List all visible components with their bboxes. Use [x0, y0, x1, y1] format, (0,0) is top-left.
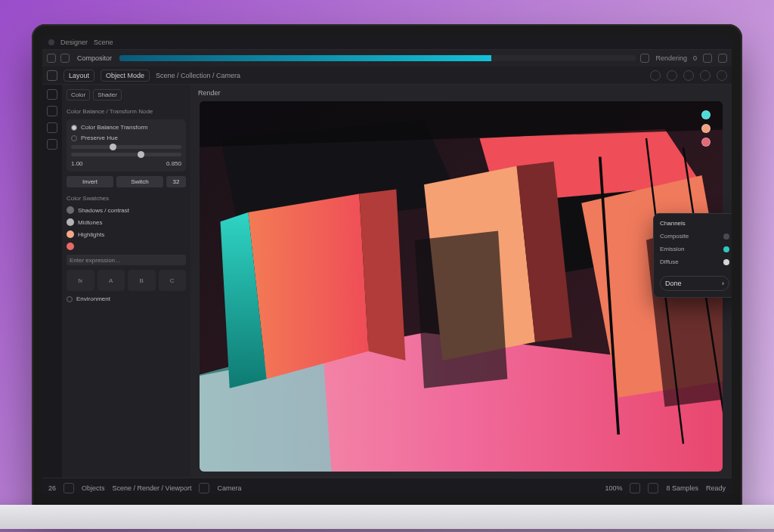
swatch-neutral[interactable] [67, 218, 74, 226]
status-left-label: Objects [82, 484, 105, 492]
workspace-tab[interactable]: Compositor [74, 54, 115, 62]
back-icon[interactable] [47, 54, 56, 63]
main-area: Color Shader Color Balance / Transform N… [42, 85, 732, 478]
mode-chip-object[interactable]: Object Mode [101, 70, 150, 82]
viewport-area: Render [190, 85, 732, 478]
preset-b[interactable]: B [128, 270, 156, 291]
slider-gain[interactable] [71, 153, 181, 156]
value-b: 0.850 [166, 160, 181, 167]
channels-panel[interactable]: Channels Composite Emission Diffuse Done… [653, 213, 732, 298]
option1-label: Color Balance Transform [81, 124, 147, 131]
render-progress-fill [119, 55, 491, 61]
render-status-label: Rendering [655, 54, 687, 62]
option1-radio[interactable] [71, 125, 77, 131]
sidebar-tab-shader[interactable]: Shader [93, 89, 122, 101]
env-label: Environment [76, 295, 110, 302]
invert-button[interactable]: Invert [67, 176, 113, 187]
settings-icon[interactable] [717, 70, 727, 81]
swatch-label-0: Shadows / contrast [78, 207, 129, 214]
channel-dot-1 [723, 246, 729, 252]
color-balance-panel: Color Balance Transform Preserve Hue 1.0… [67, 119, 186, 172]
channel-dot-0 [723, 234, 729, 240]
sidebar-tab-color[interactable]: Color [67, 89, 90, 101]
value-stepper[interactable]: 32 [166, 176, 186, 187]
swatch-coral[interactable] [67, 243, 74, 250]
swatch-label-1: Midtones [78, 219, 102, 226]
status-ready: Ready [706, 484, 726, 492]
notifications-icon[interactable] [640, 54, 649, 63]
snap-icon[interactable] [650, 70, 661, 81]
shading-icon[interactable] [700, 70, 711, 81]
swatch-label-2: Highlights [78, 231, 104, 238]
channel-label-0: Composite [660, 233, 689, 240]
sidebar-section-title: Color Balance / Transform Node [67, 108, 186, 115]
scale-tool-icon[interactable] [47, 139, 57, 150]
preset-fx[interactable]: fx [67, 270, 94, 291]
channel-row-1[interactable]: Emission [660, 246, 729, 252]
minimize-icon[interactable] [703, 54, 712, 63]
close-icon[interactable] [718, 54, 727, 63]
app-menu-icon[interactable] [48, 39, 54, 45]
option2-radio[interactable] [71, 135, 77, 141]
titlebar: Designer Scene [42, 35, 732, 50]
done-button[interactable]: Done› [660, 276, 729, 291]
breadcrumb: Scene / Collection / Camera [156, 72, 240, 79]
render-preview [200, 101, 723, 472]
play-icon[interactable] [648, 483, 658, 493]
forward-icon[interactable] [60, 54, 70, 63]
channel-dot-rose[interactable] [701, 138, 711, 147]
preset-a[interactable]: A [98, 270, 125, 291]
viewport-title: Render [198, 89, 221, 97]
tool-rail [42, 85, 62, 478]
doc-title: Scene [94, 39, 113, 46]
expression-placeholder: Enter expression… [70, 257, 121, 264]
mode-chip-layout[interactable]: Layout [63, 70, 94, 82]
expression-input[interactable]: Enter expression… [67, 255, 186, 265]
env-toggle[interactable] [67, 296, 73, 302]
switch-button[interactable]: Switch [116, 176, 163, 187]
app-window: Designer Scene Compositor Rendering 0 La… [42, 35, 732, 497]
option2-label: Preserve Hue [81, 135, 118, 141]
preset-c[interactable]: C [159, 270, 187, 291]
channel-row-2[interactable]: Diffuse [660, 258, 729, 265]
channel-dot-2 [723, 259, 729, 265]
status-mid: Camera [217, 484, 241, 492]
laptop-frame: Designer Scene Compositor Rendering 0 La… [32, 24, 742, 508]
render-progress [119, 55, 636, 61]
status-samples: 8 Samples [666, 484, 698, 492]
channel-label-2: Diffuse [660, 258, 679, 265]
slider-lift[interactable] [71, 145, 181, 149]
svg-marker-6 [248, 194, 368, 379]
status-left-num: 26 [48, 484, 56, 492]
grid-icon[interactable] [630, 483, 640, 493]
channels-title: Channels [660, 220, 729, 227]
render-status-count: 0 [693, 54, 697, 62]
channel-dot-peach[interactable] [701, 124, 711, 133]
svg-marker-17 [415, 231, 508, 388]
toolbar: Layout Object Mode Scene / Collection / … [42, 66, 732, 85]
status-bar: 26 Objects Scene / Render / Viewport Cam… [42, 478, 732, 497]
cursor-icon[interactable] [47, 70, 57, 81]
done-button-label: Done [665, 280, 682, 287]
status-path: Scene / Render / Viewport [113, 484, 192, 492]
swatch-section-title: Color Swatches [67, 195, 186, 202]
topbar: Compositor Rendering 0 [42, 50, 732, 66]
status-zoom[interactable]: 100% [605, 484, 622, 492]
app-title: Designer [60, 39, 88, 46]
camera-icon[interactable] [199, 483, 209, 493]
channel-dot-cyan[interactable] [701, 110, 711, 119]
rotate-tool-icon[interactable] [47, 122, 57, 133]
viewport[interactable] [200, 101, 723, 472]
sidebar: Color Shader Color Balance / Transform N… [62, 85, 190, 478]
outliner-icon[interactable] [63, 483, 74, 493]
swatch-peach[interactable] [67, 230, 74, 238]
channel-row-0[interactable]: Composite [660, 233, 729, 240]
pivot-icon[interactable] [667, 70, 677, 81]
overlay-icon[interactable] [683, 70, 694, 81]
value-a: 1.00 [71, 160, 83, 167]
move-tool-icon[interactable] [47, 106, 57, 116]
swatch-midgray[interactable] [67, 206, 74, 214]
chevron-right-icon: › [722, 280, 724, 287]
channel-label-1: Emission [660, 246, 684, 252]
select-tool-icon[interactable] [47, 89, 57, 100]
